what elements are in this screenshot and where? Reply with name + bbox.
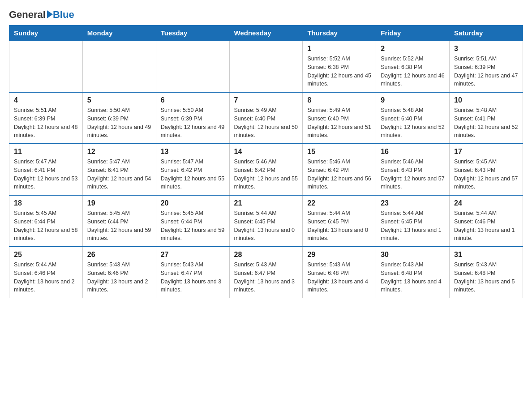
calendar-cell: 23Sunrise: 5:44 AMSunset: 6:45 PMDayligh…	[376, 195, 450, 247]
day-info: Sunrise: 5:45 AMSunset: 6:43 PMDaylight:…	[454, 158, 518, 191]
day-number: 9	[381, 96, 445, 104]
day-number: 10	[454, 96, 518, 104]
day-info: Sunrise: 5:51 AMSunset: 6:39 PMDaylight:…	[454, 55, 518, 88]
day-info: Sunrise: 5:43 AMSunset: 6:48 PMDaylight:…	[307, 261, 371, 294]
day-info: Sunrise: 5:47 AMSunset: 6:41 PMDaylight:…	[14, 158, 78, 191]
calendar-cell: 17Sunrise: 5:45 AMSunset: 6:43 PMDayligh…	[450, 144, 523, 195]
day-number: 5	[87, 96, 151, 104]
day-info: Sunrise: 5:43 AMSunset: 6:48 PMDaylight:…	[454, 261, 518, 294]
calendar-header-monday: Monday	[82, 26, 156, 41]
calendar-cell: 28Sunrise: 5:43 AMSunset: 6:47 PMDayligh…	[229, 247, 303, 298]
day-number: 8	[307, 96, 371, 104]
calendar-week-row-3: 11Sunrise: 5:47 AMSunset: 6:41 PMDayligh…	[9, 144, 523, 195]
day-number: 21	[234, 199, 298, 207]
day-info: Sunrise: 5:47 AMSunset: 6:42 PMDaylight:…	[161, 158, 225, 191]
day-info: Sunrise: 5:45 AMSunset: 6:44 PMDaylight:…	[14, 209, 78, 243]
day-number: 31	[454, 251, 518, 259]
day-info: Sunrise: 5:46 AMSunset: 6:43 PMDaylight:…	[381, 158, 445, 191]
day-number: 25	[14, 251, 78, 259]
calendar-cell: 14Sunrise: 5:46 AMSunset: 6:42 PMDayligh…	[229, 144, 303, 195]
day-number: 30	[381, 251, 445, 259]
day-info: Sunrise: 5:48 AMSunset: 6:41 PMDaylight:…	[454, 106, 518, 140]
calendar-cell: 2Sunrise: 5:52 AMSunset: 6:38 PMDaylight…	[376, 41, 450, 92]
calendar-cell: 24Sunrise: 5:44 AMSunset: 6:46 PMDayligh…	[450, 195, 523, 247]
day-info: Sunrise: 5:44 AMSunset: 6:46 PMDaylight:…	[14, 261, 78, 294]
calendar-table: SundayMondayTuesdayWednesdayThursdayFrid…	[9, 25, 523, 298]
calendar-header-friday: Friday	[376, 26, 450, 41]
day-number: 12	[87, 148, 151, 156]
day-number: 16	[381, 148, 445, 156]
day-number: 3	[454, 45, 518, 53]
calendar-cell	[229, 41, 303, 92]
day-number: 27	[161, 251, 225, 259]
page-header: GeneralBlue	[9, 9, 523, 21]
calendar-cell: 1Sunrise: 5:52 AMSunset: 6:38 PMDaylight…	[303, 41, 376, 92]
calendar-cell: 20Sunrise: 5:45 AMSunset: 6:44 PMDayligh…	[156, 195, 229, 247]
day-number: 2	[381, 45, 445, 53]
logo-triangle-icon	[47, 10, 53, 18]
day-info: Sunrise: 5:52 AMSunset: 6:38 PMDaylight:…	[307, 55, 371, 88]
day-info: Sunrise: 5:52 AMSunset: 6:38 PMDaylight:…	[381, 55, 445, 88]
calendar-cell: 22Sunrise: 5:44 AMSunset: 6:45 PMDayligh…	[303, 195, 376, 247]
day-number: 7	[234, 96, 298, 104]
day-info: Sunrise: 5:51 AMSunset: 6:39 PMDaylight:…	[14, 106, 78, 140]
calendar-cell: 4Sunrise: 5:51 AMSunset: 6:39 PMDaylight…	[9, 92, 83, 144]
calendar-cell: 11Sunrise: 5:47 AMSunset: 6:41 PMDayligh…	[9, 144, 83, 195]
day-info: Sunrise: 5:46 AMSunset: 6:42 PMDaylight:…	[307, 158, 371, 191]
day-info: Sunrise: 5:43 AMSunset: 6:47 PMDaylight:…	[234, 261, 298, 294]
day-number: 6	[161, 96, 225, 104]
calendar-header-wednesday: Wednesday	[229, 26, 303, 41]
calendar-cell	[9, 41, 83, 92]
day-info: Sunrise: 5:43 AMSunset: 6:46 PMDaylight:…	[87, 261, 151, 294]
day-info: Sunrise: 5:43 AMSunset: 6:47 PMDaylight:…	[161, 261, 225, 294]
day-number: 26	[87, 251, 151, 259]
day-info: Sunrise: 5:44 AMSunset: 6:45 PMDaylight:…	[381, 209, 445, 243]
calendar-header-row: SundayMondayTuesdayWednesdayThursdayFrid…	[9, 26, 523, 41]
calendar-cell: 18Sunrise: 5:45 AMSunset: 6:44 PMDayligh…	[9, 195, 83, 247]
day-number: 22	[307, 199, 371, 207]
day-number: 14	[234, 148, 298, 156]
day-info: Sunrise: 5:49 AMSunset: 6:40 PMDaylight:…	[234, 106, 298, 140]
calendar-cell: 26Sunrise: 5:43 AMSunset: 6:46 PMDayligh…	[82, 247, 156, 298]
calendar-cell: 21Sunrise: 5:44 AMSunset: 6:45 PMDayligh…	[229, 195, 303, 247]
calendar-cell: 3Sunrise: 5:51 AMSunset: 6:39 PMDaylight…	[450, 41, 523, 92]
calendar-header-tuesday: Tuesday	[156, 26, 229, 41]
day-number: 17	[454, 148, 518, 156]
calendar-week-row-5: 25Sunrise: 5:44 AMSunset: 6:46 PMDayligh…	[9, 247, 523, 298]
day-number: 19	[87, 199, 151, 207]
calendar-cell: 9Sunrise: 5:48 AMSunset: 6:40 PMDaylight…	[376, 92, 450, 144]
calendar-header-saturday: Saturday	[450, 26, 523, 41]
day-number: 11	[14, 148, 78, 156]
calendar-header-sunday: Sunday	[9, 26, 83, 41]
calendar-cell: 5Sunrise: 5:50 AMSunset: 6:39 PMDaylight…	[82, 92, 156, 144]
calendar-cell: 8Sunrise: 5:49 AMSunset: 6:40 PMDaylight…	[303, 92, 376, 144]
calendar-cell: 7Sunrise: 5:49 AMSunset: 6:40 PMDaylight…	[229, 92, 303, 144]
day-info: Sunrise: 5:45 AMSunset: 6:44 PMDaylight:…	[87, 209, 151, 243]
day-info: Sunrise: 5:43 AMSunset: 6:48 PMDaylight:…	[381, 261, 445, 294]
day-number: 20	[161, 199, 225, 207]
logo-blue-text: Blue	[53, 9, 74, 20]
calendar-cell: 13Sunrise: 5:47 AMSunset: 6:42 PMDayligh…	[156, 144, 229, 195]
logo-general-text: General	[9, 9, 46, 20]
calendar-week-row-1: 1Sunrise: 5:52 AMSunset: 6:38 PMDaylight…	[9, 41, 523, 92]
calendar-cell: 10Sunrise: 5:48 AMSunset: 6:41 PMDayligh…	[450, 92, 523, 144]
day-info: Sunrise: 5:45 AMSunset: 6:44 PMDaylight:…	[161, 209, 225, 243]
day-info: Sunrise: 5:50 AMSunset: 6:39 PMDaylight:…	[161, 106, 225, 140]
day-info: Sunrise: 5:50 AMSunset: 6:39 PMDaylight:…	[87, 106, 151, 140]
logo: GeneralBlue	[9, 9, 74, 21]
day-info: Sunrise: 5:44 AMSunset: 6:45 PMDaylight:…	[234, 209, 298, 243]
calendar-cell: 19Sunrise: 5:45 AMSunset: 6:44 PMDayligh…	[82, 195, 156, 247]
calendar-cell: 31Sunrise: 5:43 AMSunset: 6:48 PMDayligh…	[450, 247, 523, 298]
day-number: 18	[14, 199, 78, 207]
calendar-cell: 6Sunrise: 5:50 AMSunset: 6:39 PMDaylight…	[156, 92, 229, 144]
day-number: 4	[14, 96, 78, 104]
calendar-week-row-4: 18Sunrise: 5:45 AMSunset: 6:44 PMDayligh…	[9, 195, 523, 247]
calendar-cell: 15Sunrise: 5:46 AMSunset: 6:42 PMDayligh…	[303, 144, 376, 195]
day-number: 1	[307, 45, 371, 53]
day-info: Sunrise: 5:46 AMSunset: 6:42 PMDaylight:…	[234, 158, 298, 191]
day-info: Sunrise: 5:47 AMSunset: 6:41 PMDaylight:…	[87, 158, 151, 191]
calendar-cell: 25Sunrise: 5:44 AMSunset: 6:46 PMDayligh…	[9, 247, 83, 298]
day-number: 13	[161, 148, 225, 156]
day-info: Sunrise: 5:44 AMSunset: 6:45 PMDaylight:…	[307, 209, 371, 243]
day-info: Sunrise: 5:49 AMSunset: 6:40 PMDaylight:…	[307, 106, 371, 140]
